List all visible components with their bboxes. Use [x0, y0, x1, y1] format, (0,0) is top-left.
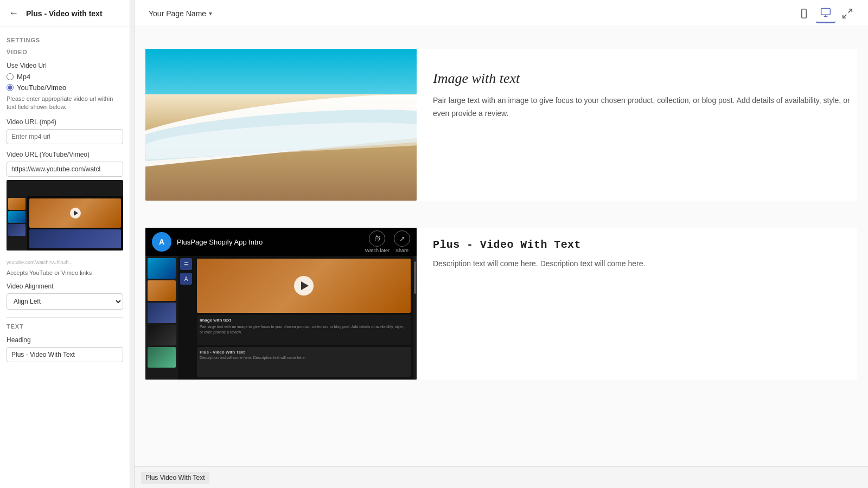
yt-lower-section: Plus - Video With Text Description text … — [197, 347, 411, 377]
mobile-view-button[interactable] — [794, 4, 814, 23]
page-name-text: Your Page Name — [149, 9, 206, 18]
video-text-side: Plus - Video With Text Description text … — [433, 228, 857, 269]
share-label: Share — [395, 248, 409, 253]
video-url-mp4-label: Video URL (mp4) — [7, 118, 123, 126]
heading-input[interactable] — [7, 347, 123, 362]
image-text-body: Pair large text with an image to give fo… — [433, 94, 857, 120]
video-url-mp4-input[interactable] — [7, 129, 123, 144]
yt-main-video-col: Image with text Pair large text with an … — [194, 256, 413, 380]
yt-header: A PlusPage Shopify App Intro ⏱ Watch lat… — [145, 228, 417, 256]
fullscreen-view-button[interactable] — [838, 4, 857, 23]
text-section-label: TEXT — [7, 323, 123, 330]
bottom-tab-item[interactable]: Plus Video With Text — [141, 472, 209, 484]
yt-text-block: Image with text Pair large text with an … — [197, 315, 411, 345]
youtube-radio-text: YouTube/Vimeo — [17, 84, 66, 92]
video-content-area: ☰ A Image with text Pair large text with — [145, 256, 417, 380]
mp4-radio-text: Mp4 — [17, 73, 30, 81]
topbar: Your Page Name ▾ — [135, 0, 868, 27]
drag-handle[interactable] — [130, 0, 135, 488]
video-type-radio-group: Mp4 YouTube/Vimeo — [7, 73, 123, 92]
svg-line-5 — [848, 9, 852, 12]
video-preview-box — [7, 180, 123, 251]
beach-image-container — [145, 49, 417, 201]
video-with-text-section: A PlusPage Shopify App Intro ⏱ Watch lat… — [145, 228, 857, 380]
svg-rect-2 — [821, 9, 831, 15]
chevron-down-icon: ▾ — [209, 10, 212, 17]
mp4-radio-label[interactable]: Mp4 — [7, 73, 123, 81]
video-section-label: VIDEO — [7, 49, 123, 55]
yt-icons-col: ☰ A — [178, 256, 194, 380]
video-preview-url: youtube.com/watch?v=hlo3h... — [7, 260, 123, 265]
sidebar-title: Plus - Video with text — [26, 9, 103, 18]
video-url-yt-label: Video URL (YouTube/Vimeo) — [7, 151, 123, 158]
watch-later-icon: ⏱ — [369, 230, 385, 247]
video-url-yt-input[interactable] — [7, 162, 123, 177]
yt-lower-body: Description text will come here. Descrip… — [200, 356, 408, 359]
desktop-view-button[interactable] — [816, 4, 835, 23]
back-button[interactable]: ← — [7, 5, 21, 21]
share-btn[interactable]: ↗ Share — [394, 230, 410, 253]
main-area: Your Page Name ▾ — [135, 0, 868, 488]
watch-later-btn[interactable]: ⏱ Watch later — [365, 230, 390, 253]
video-section-heading: Plus - Video With Text — [433, 239, 857, 251]
sidebar: ← Plus - Video with text SETTINGS VIDEO … — [0, 0, 130, 488]
youtube-radio-label[interactable]: YouTube/Vimeo — [7, 84, 123, 92]
yt-right-icons: ⏱ Watch later ↗ Share — [365, 230, 410, 253]
svg-rect-0 — [802, 9, 806, 18]
sidebar-header: ← Plus - Video with text — [0, 0, 130, 27]
video-alignment-select[interactable]: Align Left Align Center Align Right — [7, 293, 123, 310]
yt-list-item-4 — [148, 325, 176, 345]
yt-list-item-2 — [148, 280, 176, 301]
yt-side-icon-1: ☰ — [180, 258, 192, 270]
video-alignment-label: Video Alignment — [7, 282, 123, 290]
yt-side-icon-2: A — [180, 273, 192, 285]
yt-play-button[interactable] — [294, 276, 314, 296]
heading-label: Heading — [7, 336, 123, 344]
yt-scrollbar-thumb — [414, 261, 416, 294]
video-hint-text: Please enter appropriate video url withi… — [7, 95, 123, 112]
bottom-tab-bar: Plus Video With Text — [135, 466, 868, 488]
sidebar-content: SETTINGS VIDEO Use Video Url Mp4 YouTube… — [0, 27, 130, 488]
yt-main-thumbnail — [197, 259, 411, 313]
yt-scrollbar — [413, 256, 417, 380]
yt-lower-heading: Plus - Video With Text — [200, 350, 408, 355]
yt-text-heading: Image with text — [200, 318, 408, 323]
mp4-radio[interactable] — [7, 73, 14, 80]
video-preview-title: PlusPage Shopify App Intro — [7, 253, 123, 259]
image-text-side: Image with text Pair large text with an … — [433, 49, 857, 120]
yt-list-item-3 — [148, 303, 176, 323]
video-embed: A PlusPage Shopify App Intro ⏱ Watch lat… — [145, 228, 417, 380]
yt-logo: A — [152, 232, 171, 252]
accepts-links-text: Accepts YouTube or Vimeo links — [7, 269, 123, 276]
watch-later-label: Watch later — [365, 248, 390, 253]
video-section-body: Description text will come here. Descrip… — [433, 258, 857, 269]
settings-section-label: SETTINGS — [7, 37, 123, 43]
image-with-text-section: Image with text Pair large text with an … — [145, 49, 857, 201]
yt-video-title: PlusPage Shopify App Intro — [177, 238, 263, 246]
video-info: PlusPage Shopify App Intro youtube.com/w… — [7, 251, 123, 266]
yt-sidebar-list — [145, 256, 178, 380]
preview-area: Image with text Pair large text with an … — [135, 27, 868, 466]
yt-list-item-5 — [148, 347, 176, 368]
view-icons-group — [794, 4, 857, 23]
beach-image — [145, 49, 417, 201]
yt-text-body: Pair large text with an image to give fo… — [200, 324, 408, 335]
play-triangle-icon — [301, 281, 309, 290]
youtube-radio[interactable] — [7, 84, 14, 91]
yt-list-item-1 — [148, 258, 176, 279]
share-icon: ↗ — [394, 230, 410, 247]
use-video-url-label: Use Video Url — [7, 62, 123, 69]
page-name-button[interactable]: Your Page Name ▾ — [145, 7, 215, 20]
image-text-heading: Image with text — [433, 70, 857, 87]
svg-line-6 — [843, 14, 846, 17]
